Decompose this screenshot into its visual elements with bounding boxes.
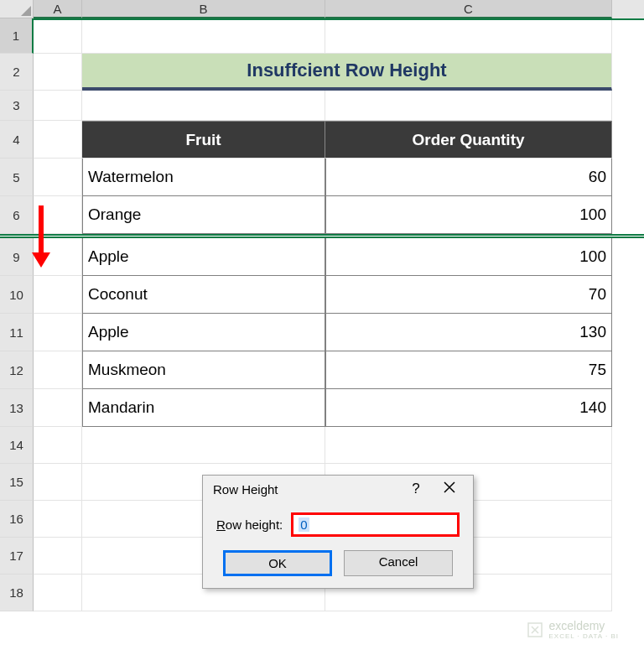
row-header-13[interactable]: 13 (0, 389, 34, 427)
row-header-9[interactable]: 9 (0, 238, 34, 276)
row-header-6[interactable]: 6 (0, 196, 34, 234)
table-row: Mandarin 140 (34, 389, 644, 427)
page-title[interactable]: Insuffcient Row Height (82, 54, 612, 91)
row-header-12[interactable]: 12 (0, 351, 34, 389)
cell[interactable] (34, 351, 82, 389)
table-row: Apple 130 (34, 314, 644, 351)
cell[interactable] (34, 121, 82, 159)
cell[interactable] (82, 91, 325, 121)
selection-row-top-border (34, 18, 644, 20)
dialog-title: Row Height (213, 482, 399, 497)
watermark-tag: EXCEL · DATA · BI (548, 632, 619, 640)
col-header-B[interactable]: B (82, 0, 325, 18)
annotation-arrow-icon (39, 205, 44, 256)
help-button[interactable]: ? (399, 481, 433, 497)
cell[interactable] (34, 538, 82, 575)
row-header-4[interactable]: 4 (0, 121, 34, 159)
logo-icon (527, 621, 543, 638)
cell-qty[interactable]: 75 (325, 351, 612, 389)
cell-fruit[interactable]: Apple (82, 238, 325, 276)
row-header-16[interactable]: 16 (0, 501, 34, 538)
grid-row: Insuffcient Row Height (34, 54, 644, 91)
ok-button[interactable]: OK (223, 550, 332, 576)
select-all-corner[interactable] (0, 0, 34, 18)
cell[interactable] (82, 18, 325, 54)
table-row: Apple 100 (34, 238, 644, 276)
row-header-2[interactable]: 2 (0, 54, 34, 91)
cell[interactable] (34, 18, 82, 54)
row-header-10[interactable]: 10 (0, 276, 34, 314)
column-headers: A B C (0, 0, 644, 18)
watermark-brand: exceldemy (548, 619, 605, 632)
cell-fruit[interactable]: Watermelon (82, 159, 325, 196)
row-header-1[interactable]: 1 (0, 18, 34, 54)
row-header-5[interactable]: 5 (0, 159, 34, 196)
row-header-11[interactable]: 11 (0, 314, 34, 351)
row-header-18[interactable]: 18 (0, 575, 34, 611)
dialog-actions: OK Cancel (203, 542, 473, 588)
cell[interactable] (325, 427, 612, 464)
cell[interactable] (34, 464, 82, 501)
col-header-C[interactable]: C (325, 0, 612, 18)
close-button[interactable] (433, 481, 466, 497)
cell-qty[interactable]: 60 (325, 159, 612, 196)
table-header-row: Fruit Order Quantity (34, 121, 644, 159)
close-icon (444, 481, 455, 493)
cell-fruit[interactable]: Muskmeon (82, 351, 325, 389)
cell[interactable] (34, 276, 82, 314)
cell[interactable] (34, 314, 82, 351)
cell[interactable] (82, 427, 325, 464)
cell-fruit[interactable]: Orange (82, 196, 325, 234)
dialog-body: Row height: 0 (203, 502, 473, 542)
row-height-label: Row height: (216, 517, 283, 532)
grid-row (34, 427, 644, 464)
row-header-17[interactable]: 17 (0, 538, 34, 575)
watermark: exceldemy EXCEL · DATA · BI (527, 619, 619, 640)
table-header-qty[interactable]: Order Quantity (325, 121, 612, 159)
table-row: Coconut 70 (34, 276, 644, 314)
row-height-dialog: Row Height ? Row height: 0 OK Cancel (202, 475, 474, 589)
cell[interactable] (34, 54, 82, 91)
cell[interactable] (34, 91, 82, 121)
table-row: Watermelon 60 (34, 159, 644, 196)
row-header-15[interactable]: 15 (0, 464, 34, 501)
row-height-input[interactable]: 0 (291, 512, 460, 537)
cell-fruit[interactable]: Apple (82, 314, 325, 351)
row-header-14[interactable]: 14 (0, 427, 34, 464)
cell[interactable] (34, 501, 82, 538)
cell-qty[interactable]: 140 (325, 389, 612, 427)
row-headers: 1 2 3 4 5 6 9 10 11 12 13 14 15 16 17 18 (0, 18, 34, 611)
cell-fruit[interactable]: Coconut (82, 276, 325, 314)
cell[interactable] (34, 427, 82, 464)
cell[interactable] (325, 18, 612, 54)
col-header-A[interactable]: A (34, 0, 82, 18)
table-header-fruit[interactable]: Fruit (82, 121, 325, 159)
row-header-3[interactable]: 3 (0, 91, 34, 121)
cancel-button[interactable]: Cancel (344, 550, 453, 576)
cell-qty[interactable]: 70 (325, 276, 612, 314)
table-row: Muskmeon 75 (34, 351, 644, 389)
cell[interactable] (325, 91, 612, 121)
cell-qty[interactable]: 130 (325, 314, 612, 351)
cell-qty[interactable]: 100 (325, 238, 612, 276)
table-row: Orange 100 (34, 196, 644, 234)
cell[interactable] (34, 159, 82, 196)
dialog-titlebar[interactable]: Row Height ? (203, 476, 473, 502)
grid-row (34, 18, 644, 54)
cell-fruit[interactable]: Mandarin (82, 389, 325, 427)
cell[interactable] (34, 389, 82, 427)
cell-qty[interactable]: 100 (325, 196, 612, 234)
cell[interactable] (34, 575, 82, 611)
grid-row (34, 91, 644, 121)
